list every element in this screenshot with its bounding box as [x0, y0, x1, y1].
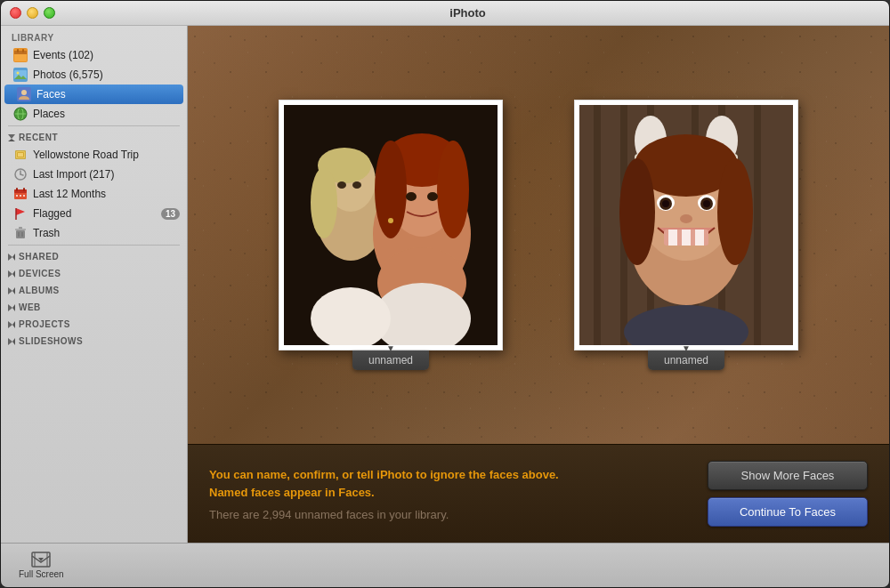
devices-section-header[interactable]: DEVICES: [1, 264, 187, 281]
svg-marker-29: [16, 208, 25, 215]
svg-point-7: [17, 72, 20, 75]
svg-point-45: [437, 141, 469, 238]
continue-to-faces-button[interactable]: Continue To Faces: [708, 497, 868, 527]
divider-1: [8, 125, 180, 126]
svg-rect-32: [15, 229, 26, 230]
face-card-2[interactable]: unnamed: [574, 100, 798, 370]
fullscreen-label: Full Screen: [19, 569, 64, 579]
bottom-panel: You can name, confirm, or tell iPhoto to…: [188, 444, 889, 543]
face-label-1[interactable]: unnamed: [352, 350, 429, 370]
events-icon: [13, 48, 28, 62]
svg-rect-2: [14, 51, 27, 54]
recent-section-header[interactable]: RECENT: [1, 128, 187, 145]
face-photo-1: [284, 105, 498, 345]
face-label-2[interactable]: unnamed: [648, 350, 724, 370]
titlebar: iPhoto: [1, 1, 889, 26]
close-button[interactable]: [10, 7, 21, 19]
svg-rect-33: [19, 227, 22, 229]
svg-point-44: [375, 141, 407, 238]
trash-icon: [13, 226, 28, 240]
photos-icon: [13, 68, 28, 82]
maximize-button[interactable]: [44, 7, 55, 19]
photos-label: Photos (6,575): [33, 68, 180, 81]
traffic-lights: [10, 7, 55, 19]
album-icon: [13, 148, 28, 162]
bottom-text: You can name, confirm, or tell iPhoto to…: [209, 466, 690, 521]
sidebar-item-trash[interactable]: Trash: [1, 223, 187, 243]
svg-point-74: [662, 200, 669, 207]
svg-rect-3: [17, 49, 19, 52]
svg-rect-77: [668, 230, 677, 246]
projects-collapse-arrow: [8, 321, 15, 328]
fullscreen-button[interactable]: Full Screen: [12, 548, 71, 583]
slideshows-section-header[interactable]: SLIDESHOWS: [1, 332, 187, 349]
albums-header-label: ALBUMS: [19, 286, 60, 295]
minimize-button[interactable]: [27, 7, 38, 19]
svg-point-10: [21, 90, 27, 95]
face-photo-wrapper-2: [574, 100, 798, 350]
sidebar-item-flagged[interactable]: Flagged 13: [1, 204, 187, 223]
svg-rect-31: [16, 230, 25, 238]
svg-point-52: [427, 192, 438, 201]
face-card-1[interactable]: unnamed: [279, 100, 503, 370]
svg-rect-18: [18, 153, 23, 157]
last-12-months-label: Last 12 Months: [33, 188, 180, 200]
faces-icon: [17, 87, 31, 101]
svg-rect-28: [23, 195, 25, 197]
sidebar-item-events[interactable]: Events (102): [1, 45, 187, 65]
highlight-text: You can name, confirm, or tell iPhoto to…: [209, 466, 690, 501]
svg-point-75: [703, 200, 710, 207]
library-header: LIBRARY: [1, 26, 187, 45]
places-icon: [13, 107, 28, 121]
projects-section-header[interactable]: PROJECTS: [1, 315, 187, 332]
events-label: Events (102): [33, 49, 180, 61]
recent-header-label: RECENT: [19, 133, 58, 142]
svg-rect-27: [20, 195, 21, 197]
subtitle-text: There are 2,994 unnamed faces in your li…: [209, 508, 690, 521]
sidebar-item-yellowstone[interactable]: Yellowstone Road Trip: [1, 145, 187, 165]
face-photo-wrapper-1: [279, 100, 503, 350]
svg-rect-24: [16, 188, 18, 191]
window-title: iPhoto: [55, 6, 880, 20]
divider-2: [8, 245, 180, 246]
web-collapse-arrow: [8, 304, 15, 311]
shared-section-header[interactable]: SHARED: [1, 247, 187, 264]
svg-rect-4: [22, 49, 24, 52]
albums-section-header[interactable]: ALBUMS: [1, 281, 187, 298]
svg-point-40: [311, 167, 337, 238]
slideshows-collapse-arrow: [8, 338, 15, 345]
bottom-buttons: Show More Faces Continue To Faces: [708, 461, 868, 527]
svg-line-21: [20, 174, 23, 175]
slideshows-header-label: SLIDESHOWS: [19, 336, 83, 346]
bottom-toolbar: Full Screen: [1, 543, 889, 587]
devices-header-label: DEVICES: [19, 269, 61, 278]
albums-collapse-arrow: [8, 287, 15, 294]
sidebar-item-last-import[interactable]: Last Import (217): [1, 165, 187, 184]
svg-point-80: [680, 214, 692, 223]
web-header-label: WEB: [19, 302, 41, 312]
last-import-icon: [13, 167, 28, 181]
fullscreen-icon: [31, 552, 51, 568]
main-area: unnamed: [188, 26, 889, 543]
web-section-header[interactable]: WEB: [1, 298, 187, 315]
svg-point-68: [619, 158, 655, 265]
sidebar-item-last-12-months[interactable]: Last 12 Months: [1, 184, 187, 204]
faces-label: Faces: [36, 88, 176, 101]
sidebar-item-photos[interactable]: Photos (6,575): [1, 65, 187, 85]
show-more-faces-button[interactable]: Show More Faces: [708, 461, 868, 490]
sidebar-item-faces[interactable]: Faces: [4, 85, 183, 104]
flagged-label: Flagged: [33, 207, 156, 220]
svg-rect-26: [16, 195, 18, 197]
sidebar-item-places[interactable]: Places: [1, 104, 187, 124]
iphoto-window: iPhoto LIBRARY Events (102): [0, 0, 890, 588]
yellowstone-label: Yellowstone Road Trip: [33, 149, 180, 161]
cork-board: unnamed: [188, 26, 889, 444]
last-import-label: Last Import (217): [33, 168, 180, 181]
devices-collapse-arrow: [8, 270, 15, 278]
recent-collapse-arrow: [8, 134, 15, 141]
svg-point-50: [352, 181, 361, 189]
svg-point-53: [388, 218, 393, 223]
projects-header-label: PROJECTS: [19, 319, 70, 329]
svg-rect-25: [23, 188, 25, 191]
svg-point-69: [717, 158, 753, 265]
